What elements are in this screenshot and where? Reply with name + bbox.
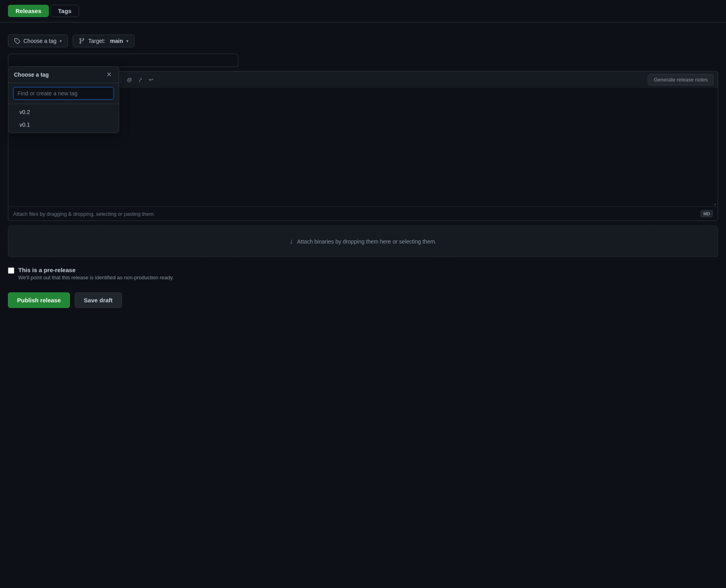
dropdown-close-button[interactable]: ✕ — [105, 71, 113, 79]
ref-icon: ⤤ — [138, 77, 143, 83]
dropdown-search-area — [8, 83, 119, 104]
target-chevron-icon: ▾ — [126, 39, 129, 44]
dropdown-items-list: v0.2 v0.1 — [8, 104, 119, 133]
release-title-input[interactable] — [8, 54, 238, 67]
toolbar-right: Generate release notes — [648, 74, 714, 85]
undo-icon: ↩ — [149, 77, 153, 83]
tags-tab[interactable]: Tags — [50, 5, 79, 17]
choose-tag-label: Choose a tag — [23, 38, 56, 44]
choose-tag-dropdown: Choose a tag ✕ v0.2 v0.1 — [8, 66, 119, 133]
publish-release-button[interactable]: Publish release — [8, 292, 70, 308]
binaries-drop-zone[interactable]: ↓ Attach binaries by dropping them here … — [8, 226, 718, 257]
target-label: Target: — [88, 38, 105, 44]
mention-toolbar-btn[interactable]: @ — [124, 75, 134, 84]
ref-toolbar-btn[interactable]: ⤤ — [136, 75, 145, 84]
main-content: Choose a tag ▾ Target: main ▾ H B I — [0, 23, 726, 316]
top-nav: Releases Tags — [0, 0, 726, 22]
choose-tag-button[interactable]: Choose a tag ▾ — [8, 35, 68, 47]
attach-files-bar[interactable]: Attach files by dragging & dropping, sel… — [8, 207, 718, 221]
prerelease-label: This is a pre-release — [18, 267, 174, 273]
generate-release-notes-button[interactable]: Generate release notes — [648, 74, 714, 85]
target-branch-label: main — [110, 38, 123, 44]
toolbar-divider-3 — [121, 76, 121, 83]
undo-toolbar-btn[interactable]: ↩ — [147, 75, 156, 84]
target-button[interactable]: Target: main ▾ — [73, 35, 135, 47]
prerelease-checkbox[interactable] — [8, 267, 14, 274]
chevron-down-icon: ▾ — [60, 39, 62, 44]
mention-icon: @ — [127, 77, 132, 83]
markdown-badge: MD — [701, 210, 713, 217]
tag-icon — [14, 38, 20, 44]
tag-search-input[interactable] — [13, 87, 114, 100]
save-draft-button[interactable]: Save draft — [75, 292, 122, 308]
binaries-hint: Attach binaries by dropping them here or… — [297, 238, 436, 245]
tag-item-v01[interactable]: v0.1 — [8, 118, 119, 131]
controls-row: Choose a tag ▾ Target: main ▾ — [8, 35, 718, 47]
tag-item-v02[interactable]: v0.2 — [8, 106, 119, 118]
branch-icon — [79, 38, 85, 44]
down-arrow-icon: ↓ — [290, 237, 293, 246]
prerelease-description: We'll point out that this release is ide… — [18, 275, 174, 280]
prerelease-info: This is a pre-release We'll point out th… — [18, 267, 174, 280]
action-row: Publish release Save draft — [8, 292, 718, 308]
resize-handle[interactable]: ⌟ — [714, 200, 716, 206]
release-title-row — [8, 54, 718, 67]
attach-files-hint: Attach files by dragging & dropping, sel… — [13, 211, 155, 217]
prerelease-row: This is a pre-release We'll point out th… — [8, 267, 718, 280]
dropdown-header: Choose a tag ✕ — [8, 67, 119, 83]
dropdown-title: Choose a tag — [14, 72, 49, 78]
releases-tab[interactable]: Releases — [8, 5, 49, 17]
